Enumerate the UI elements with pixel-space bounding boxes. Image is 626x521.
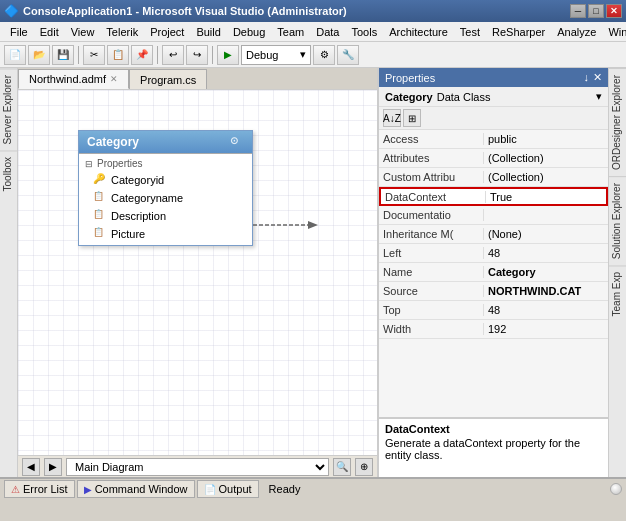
tab-program[interactable]: Program.cs: [129, 69, 207, 89]
menu-team[interactable]: Team: [271, 24, 310, 40]
prop-value-inheritance[interactable]: (None): [484, 228, 608, 240]
toolbar-paste[interactable]: 📌: [131, 45, 153, 65]
toolbar-undo[interactable]: ↩: [162, 45, 184, 65]
toolbar-cut[interactable]: ✂: [83, 45, 105, 65]
menu-architecture[interactable]: Architecture: [383, 24, 454, 40]
minimize-button[interactable]: ─: [570, 4, 586, 18]
titlebar-buttons: ─ □ ✕: [570, 4, 622, 18]
properties-header-label: Properties: [385, 72, 435, 84]
command-window-label: Command Window: [95, 483, 188, 495]
prop-value-top[interactable]: 48: [484, 304, 608, 316]
properties-table: Access public Attributes (Collection) Cu…: [379, 130, 608, 417]
prop-value-left[interactable]: 48: [484, 247, 608, 259]
sidebar-item-team-explorer[interactable]: Team Exp: [609, 265, 626, 322]
prop-name-inheritance: Inheritance M(: [379, 228, 484, 240]
sidebar-item-or-designer[interactable]: ORDesigner Explorer: [609, 68, 626, 176]
menu-data[interactable]: Data: [310, 24, 345, 40]
menu-telerik[interactable]: Telerik: [100, 24, 144, 40]
properties-type: Data Class: [437, 91, 491, 103]
prop-row-access: Access public: [379, 130, 608, 149]
menu-resharper[interactable]: ReSharper: [486, 24, 551, 40]
entity-expand-icon[interactable]: ⊙: [230, 135, 244, 149]
menu-view[interactable]: View: [65, 24, 101, 40]
prop-name-documentation: Documentatio: [379, 209, 484, 221]
sidebar-item-server-explorer[interactable]: Server Explorer: [0, 68, 17, 150]
diagram-dropdown[interactable]: Main Diagram: [66, 458, 329, 476]
main-area: Server Explorer Toolbox Northwind.admf ✕…: [0, 68, 626, 477]
scroll-right-btn[interactable]: ▶: [44, 458, 62, 476]
section-label: Properties: [97, 158, 143, 169]
prop-value-width[interactable]: 192: [484, 323, 608, 335]
tab-program-label: Program.cs: [140, 74, 196, 86]
prop-name-top: Top: [379, 304, 484, 316]
menu-edit[interactable]: Edit: [34, 24, 65, 40]
designer-canvas[interactable]: Category ⊙ ⊟ Properties 🔑 Categoryid 📋 C…: [18, 90, 377, 455]
menubar: File Edit View Telerik Project Build Deb…: [0, 22, 626, 42]
debug-config-dropdown[interactable]: Debug ▾: [241, 45, 311, 65]
field-icon-2: 📋: [93, 209, 107, 223]
entity-field-0: 🔑 Categoryid: [79, 171, 252, 189]
error-list-label: Error List: [23, 483, 68, 495]
menu-test[interactable]: Test: [454, 24, 486, 40]
toolbar-new[interactable]: 📄: [4, 45, 26, 65]
prop-row-left: Left 48: [379, 244, 608, 263]
menu-analyze[interactable]: Analyze: [551, 24, 602, 40]
toolbar-save[interactable]: 💾: [52, 45, 74, 65]
tab-northwind[interactable]: Northwind.admf ✕: [18, 69, 129, 89]
toolbar-extra2[interactable]: 🔧: [337, 45, 359, 65]
designer-bottom: ◀ ▶ Main Diagram 🔍 ⊕: [18, 455, 377, 477]
tab-northwind-close[interactable]: ✕: [110, 74, 118, 84]
close-button[interactable]: ✕: [606, 4, 622, 18]
field-name-0: Categoryid: [111, 174, 164, 186]
field-name-2: Description: [111, 210, 166, 222]
command-window-button[interactable]: ▶ Command Window: [77, 480, 195, 498]
menu-build[interactable]: Build: [190, 24, 226, 40]
output-button[interactable]: 📄 Output: [197, 480, 259, 498]
menu-window[interactable]: Window: [602, 24, 626, 40]
menu-file[interactable]: File: [4, 24, 34, 40]
prop-row-custom-attrib: Custom Attribu (Collection): [379, 168, 608, 187]
toolbar-open[interactable]: 📂: [28, 45, 50, 65]
properties-toolbar: A↓Z ⊞: [379, 107, 608, 130]
prop-row-top: Top 48: [379, 301, 608, 320]
toolbar-redo[interactable]: ↪: [186, 45, 208, 65]
menu-debug[interactable]: Debug: [227, 24, 271, 40]
menu-project[interactable]: Project: [144, 24, 190, 40]
zoom-out-btn[interactable]: 🔍: [333, 458, 351, 476]
toolbar-copy[interactable]: 📋: [107, 45, 129, 65]
field-name-3: Picture: [111, 228, 145, 240]
maximize-button[interactable]: □: [588, 4, 604, 18]
status-indicator: [610, 483, 622, 495]
zoom-in-btn[interactable]: ⊕: [355, 458, 373, 476]
prop-category-btn[interactable]: ⊞: [403, 109, 421, 127]
prop-value-source[interactable]: NORTHWIND.CAT: [484, 285, 608, 297]
titlebar-title: ConsoleApplication1 - Microsoft Visual S…: [23, 5, 570, 17]
sidebar-item-toolbox[interactable]: Toolbox: [0, 150, 17, 197]
prop-value-access[interactable]: public: [484, 133, 608, 145]
tab-northwind-label: Northwind.admf: [29, 73, 106, 85]
prop-value-datacontext[interactable]: True: [486, 191, 606, 203]
prop-value-attributes[interactable]: (Collection): [484, 152, 608, 164]
error-list-button[interactable]: ⚠ Error List: [4, 480, 75, 498]
prop-value-name[interactable]: Category: [484, 266, 608, 278]
app-icon: 🔷: [4, 4, 19, 18]
prop-value-custom-attrib[interactable]: (Collection): [484, 171, 608, 183]
prop-name-left: Left: [379, 247, 484, 259]
properties-close-icon[interactable]: ✕: [593, 71, 602, 84]
prop-name-datacontext: DataContext: [381, 191, 486, 203]
toolbar-extra1[interactable]: ⚙: [313, 45, 335, 65]
properties-dropdown-arrow[interactable]: ▾: [596, 90, 602, 103]
prop-row-datacontext: DataContext True: [379, 187, 608, 206]
prop-name-source: Source: [379, 285, 484, 297]
prop-row-inheritance: Inheritance M( (None): [379, 225, 608, 244]
left-vtabs: Server Explorer Toolbox: [0, 68, 18, 477]
properties-desc: DataContext Generate a dataContext prope…: [379, 417, 608, 477]
entity-name: Category: [87, 135, 139, 149]
toolbar-run[interactable]: ▶: [217, 45, 239, 65]
sidebar-item-solution-explorer[interactable]: Solution Explorer: [609, 176, 626, 265]
properties-pin-icon[interactable]: ↓: [584, 71, 590, 84]
entity-section-header[interactable]: ⊟ Properties: [79, 156, 252, 171]
menu-tools[interactable]: Tools: [345, 24, 383, 40]
prop-sort-az-btn[interactable]: A↓Z: [383, 109, 401, 127]
scroll-left-btn[interactable]: ◀: [22, 458, 40, 476]
